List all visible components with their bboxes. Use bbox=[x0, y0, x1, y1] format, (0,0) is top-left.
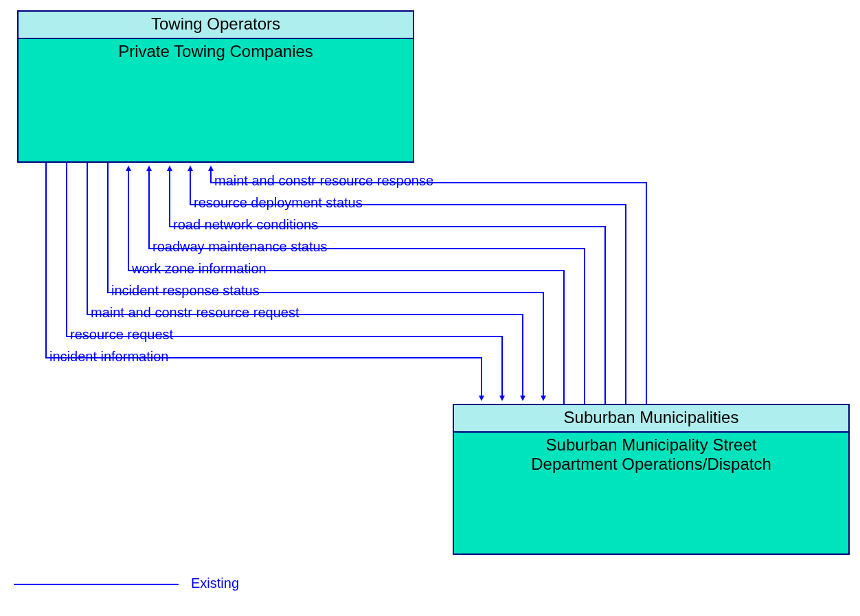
entity-body-suburban-line2: Department Operations/Dispatch bbox=[531, 455, 771, 473]
entity-towing-operators: Towing Operators Private Towing Companie… bbox=[17, 10, 414, 163]
flow-label-f2: resource deployment status bbox=[194, 195, 363, 211]
flow-label-f3: road network conditions bbox=[173, 217, 318, 233]
flow-label-f5: work zone information bbox=[132, 261, 267, 277]
legend-existing-label: Existing bbox=[191, 575, 239, 591]
entity-body-suburban-line1: Suburban Municipality Street bbox=[546, 435, 757, 454]
entity-header-suburban: Suburban Municipalities bbox=[454, 405, 848, 433]
legend-existing-line bbox=[14, 584, 179, 585]
entity-header-towing: Towing Operators bbox=[19, 12, 413, 39]
entity-header-suburban-text: Suburban Municipalities bbox=[564, 408, 739, 426]
flow-label-f7: maint and constr resource request bbox=[91, 305, 299, 321]
entity-header-towing-text: Towing Operators bbox=[151, 14, 280, 33]
flow-label-f1: maint and constr resource response bbox=[214, 173, 433, 189]
entity-body-towing: Private Towing Companies bbox=[19, 39, 413, 161]
entity-body-suburban: Suburban Municipality Street Department … bbox=[454, 433, 848, 554]
flow-label-f8: resource request bbox=[70, 327, 173, 343]
flow-label-f6: incident response status bbox=[111, 283, 260, 299]
flow-label-f9: incident information bbox=[49, 349, 168, 365]
flow-label-f4: roadway maintenance status bbox=[152, 239, 328, 255]
entity-body-towing-text: Private Towing Companies bbox=[118, 42, 313, 60]
entity-suburban-muni: Suburban Municipalities Suburban Municip… bbox=[453, 404, 850, 555]
